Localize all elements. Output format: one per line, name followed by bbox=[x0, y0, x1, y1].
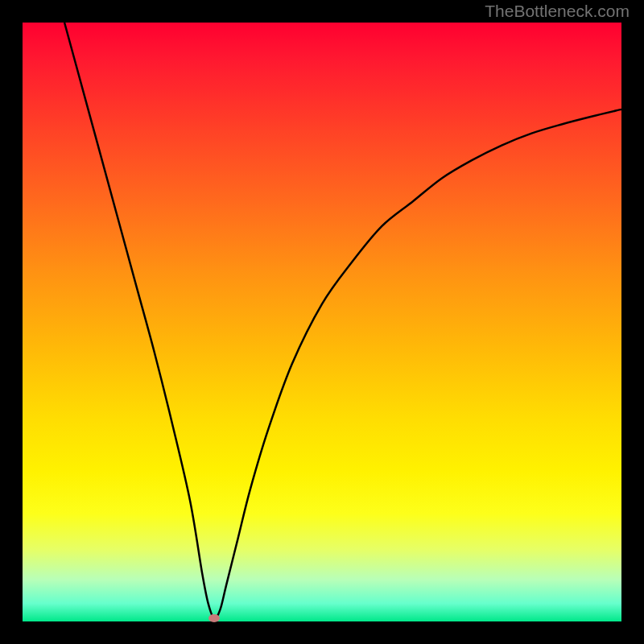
curve-line bbox=[64, 23, 621, 618]
watermark-text: TheBottleneck.com bbox=[485, 2, 630, 21]
chart-container: TheBottleneck.com bbox=[0, 0, 644, 644]
optimal-point-marker bbox=[208, 614, 220, 622]
bottleneck-curve bbox=[23, 23, 621, 621]
plot-area bbox=[23, 23, 621, 621]
